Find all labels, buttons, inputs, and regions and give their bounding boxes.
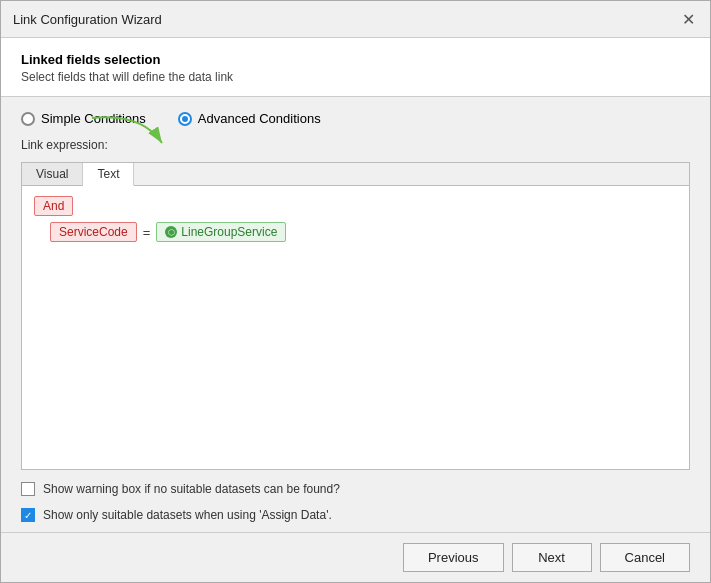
- tab-visual[interactable]: Visual: [22, 163, 83, 186]
- tab-text[interactable]: Text: [83, 163, 134, 186]
- header-subtitle: Select fields that will define the data …: [21, 70, 690, 84]
- warning-checkbox-row: Show warning box if no suitable datasets…: [21, 482, 690, 496]
- link-expression-label: Link expression:: [21, 138, 690, 152]
- suitable-checkbox-row: Show only suitable datasets when using '…: [21, 508, 690, 522]
- simple-conditions-option[interactable]: Simple Conditions: [21, 111, 146, 126]
- simple-conditions-radio[interactable]: [21, 112, 35, 126]
- condition-row: ServiceCode = ⬡ LineGroupService: [50, 222, 677, 242]
- content-area: Simple Conditions Advanced Conditions Li…: [1, 97, 710, 532]
- param-label: LineGroupService: [181, 225, 277, 239]
- warning-checkbox[interactable]: [21, 482, 35, 496]
- suitable-checkbox[interactable]: [21, 508, 35, 522]
- radio-row: Simple Conditions Advanced Conditions: [21, 111, 690, 126]
- param-chip: ⬡ LineGroupService: [156, 222, 286, 242]
- suitable-highlight: when using 'Assign Data'.: [195, 508, 332, 522]
- next-button[interactable]: Next: [512, 543, 592, 572]
- simple-conditions-label: Simple Conditions: [41, 111, 146, 126]
- title-bar: Link Configuration Wizard ✕: [1, 1, 710, 38]
- header-section: Linked fields selection Select fields th…: [1, 38, 710, 97]
- dialog: Link Configuration Wizard ✕ Linked field…: [0, 0, 711, 583]
- and-button[interactable]: And: [34, 196, 73, 216]
- field-chip: ServiceCode: [50, 222, 137, 242]
- advanced-conditions-option[interactable]: Advanced Conditions: [178, 111, 321, 126]
- tab-bar: Visual Text: [22, 163, 689, 186]
- param-icon: ⬡: [165, 226, 177, 238]
- dialog-title: Link Configuration Wizard: [13, 12, 162, 27]
- advanced-conditions-label: Advanced Conditions: [198, 111, 321, 126]
- close-button[interactable]: ✕: [678, 9, 698, 29]
- warning-label: Show warning box if no suitable datasets…: [43, 482, 340, 496]
- suitable-label: Show only suitable datasets when using '…: [43, 508, 332, 522]
- equals-sign: =: [143, 225, 151, 240]
- footer-section: Previous Next Cancel: [1, 532, 710, 582]
- cancel-button[interactable]: Cancel: [600, 543, 690, 572]
- header-title: Linked fields selection: [21, 52, 690, 67]
- tab-content: And ServiceCode = ⬡ LineGroupService: [22, 186, 689, 469]
- advanced-conditions-radio[interactable]: [178, 112, 192, 126]
- tab-panel: Visual Text And ServiceCode = ⬡ LineGrou…: [21, 162, 690, 470]
- previous-button[interactable]: Previous: [403, 543, 504, 572]
